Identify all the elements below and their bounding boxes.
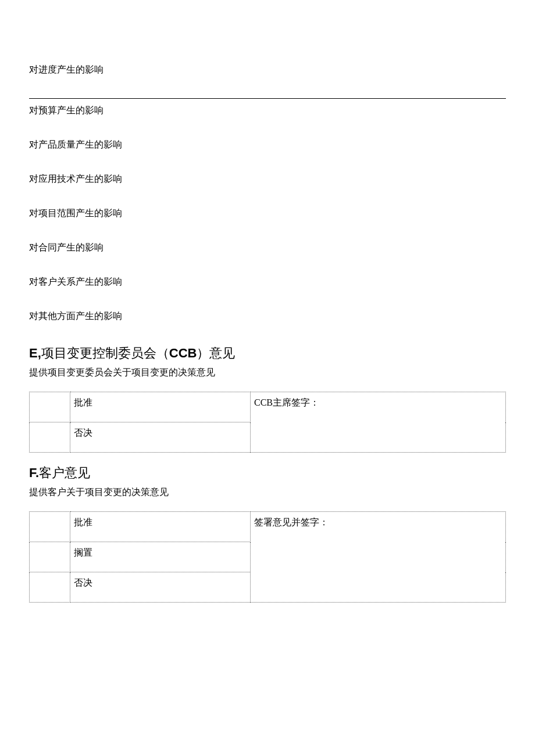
ccb-reject-check[interactable]	[30, 422, 70, 453]
section-e-ccb: CCB	[169, 346, 197, 360]
divider-line	[29, 98, 506, 99]
ccb-opinion-table: 批准 CCB主席签字： 否决	[29, 392, 506, 453]
impact-technology: 对应用技术产生的影响	[29, 173, 506, 185]
section-e-subtext: 提供项目变更委员会关于项目变更的决策意见	[29, 367, 506, 379]
impact-quality: 对产品质量产生的影响	[29, 139, 506, 151]
ccb-reject-label: 否决	[70, 422, 251, 453]
ccb-sign-cell[interactable]: CCB主席签字：	[251, 392, 506, 453]
table-row: 批准 签署意见并签字：	[30, 512, 506, 542]
impact-budget: 对预算产生的影响	[29, 105, 506, 117]
section-e-prefix: E,	[29, 346, 41, 360]
section-f-prefix: F.	[29, 465, 39, 480]
customer-reject-label: 否决	[70, 572, 251, 603]
section-e-heading: E,项目变更控制委员会（CCB）意见	[29, 345, 506, 362]
customer-hold-check[interactable]	[30, 542, 70, 572]
section-e-title-2: ）意见	[197, 346, 235, 360]
customer-approve-check[interactable]	[30, 512, 70, 542]
impact-customer-relation: 对客户关系产生的影响	[29, 276, 506, 288]
section-e-title-1: 项目变更控制委员会（	[41, 346, 169, 360]
table-row: 批准 CCB主席签字：	[30, 392, 506, 422]
customer-hold-label: 搁置	[70, 542, 251, 572]
ccb-approve-check[interactable]	[30, 392, 70, 422]
customer-approve-label: 批准	[70, 512, 251, 542]
customer-sign-cell[interactable]: 签署意见并签字：	[251, 512, 506, 603]
section-f-subtext: 提供客户关于项目变更的决策意见	[29, 486, 506, 499]
customer-reject-check[interactable]	[30, 572, 70, 603]
impact-scope: 对项目范围产生的影响	[29, 207, 506, 220]
impact-other: 对其他方面产生的影响	[29, 310, 506, 323]
impact-contract: 对合同产生的影响	[29, 242, 506, 254]
section-f-title: 客户意见	[39, 465, 90, 480]
section-f-heading: F.客户意见	[29, 464, 506, 482]
customer-opinion-table: 批准 签署意见并签字： 搁置 否决	[29, 511, 506, 603]
impact-schedule: 对进度产生的影响	[29, 64, 506, 76]
ccb-approve-label: 批准	[70, 392, 251, 422]
